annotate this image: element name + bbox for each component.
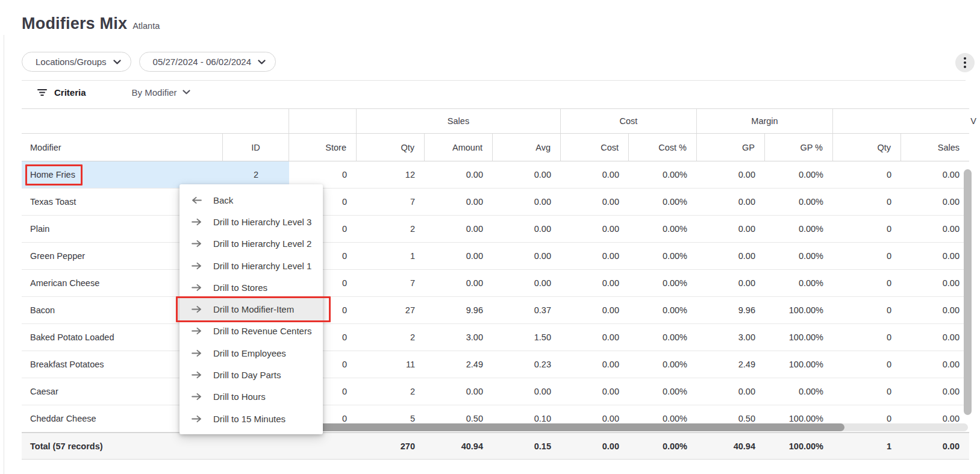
value-cell[interactable]: 0.50 <box>697 405 765 432</box>
value-cell[interactable]: 0.00 <box>901 161 969 188</box>
value-cell[interactable]: 0.00% <box>629 297 697 323</box>
value-cell[interactable]: 2 <box>357 378 425 405</box>
table-row[interactable]: Caesar020.000.000.000.00%0.000.00%00.00 <box>22 378 969 405</box>
value-cell[interactable]: 0.00 <box>561 297 629 323</box>
value-cell[interactable]: 0.00% <box>629 216 697 242</box>
table-row[interactable]: Home Fries20120.000.000.000.00%0.000.00%… <box>22 161 969 189</box>
column-header-qty[interactable]: Qty <box>357 134 425 161</box>
value-cell[interactable]: 0.37 <box>493 297 561 323</box>
value-cell[interactable]: 5 <box>357 405 425 432</box>
value-cell[interactable]: 100.00% <box>765 324 833 351</box>
value-cell[interactable]: 0.00 <box>901 324 969 351</box>
column-header-avg[interactable]: Avg <box>493 134 561 161</box>
value-cell[interactable]: 0.00 <box>493 216 561 242</box>
value-cell[interactable]: 0.00 <box>561 270 629 296</box>
value-cell[interactable]: 0.00 <box>561 189 629 215</box>
value-cell[interactable]: 0.00% <box>765 161 833 188</box>
value-cell[interactable]: 0.00 <box>561 161 629 188</box>
table-row[interactable]: American Cheese070.000.000.000.00%0.000.… <box>22 270 969 297</box>
value-cell[interactable]: 0.00% <box>629 243 697 269</box>
value-cell[interactable]: 2.49 <box>425 351 493 378</box>
value-cell[interactable]: 0.00 <box>425 216 493 242</box>
value-cell[interactable]: 2.49 <box>697 351 765 378</box>
column-header-cost-[interactable]: Cost % <box>629 134 697 161</box>
value-cell[interactable]: 0.00 <box>901 216 969 242</box>
value-cell[interactable]: 0 <box>833 297 901 323</box>
value-cell[interactable]: 0.00 <box>697 378 765 405</box>
value-cell[interactable]: 0 <box>833 216 901 242</box>
value-cell[interactable]: 0.00% <box>765 378 833 405</box>
menu-item-drill-to-hierarchy-level-2[interactable]: Drill to Hierarchy Level 2 <box>179 233 323 255</box>
value-cell[interactable]: 0.00 <box>561 351 629 378</box>
value-cell[interactable]: 0 <box>833 270 901 296</box>
value-cell[interactable]: 0.00 <box>493 161 561 188</box>
value-cell[interactable]: 3.00 <box>425 324 493 351</box>
value-cell[interactable]: 0.00 <box>493 270 561 296</box>
value-cell[interactable]: 0.00% <box>629 161 697 188</box>
value-cell[interactable]: 7 <box>357 270 425 296</box>
value-cell[interactable]: 0.00 <box>425 378 493 405</box>
column-header-store[interactable]: Store <box>289 134 357 161</box>
value-cell[interactable]: 0.00 <box>493 189 561 215</box>
value-cell[interactable]: 0.00 <box>901 405 969 432</box>
value-cell[interactable]: 0.00 <box>561 405 629 432</box>
value-cell[interactable]: 0.00 <box>425 270 493 296</box>
value-cell[interactable]: 1 <box>357 243 425 269</box>
menu-item-drill-to-hierarchy-level-3[interactable]: Drill to Hierarchy Level 3 <box>179 211 323 232</box>
value-cell[interactable]: 0.00 <box>697 243 765 269</box>
value-cell[interactable]: 0.00 <box>901 351 969 378</box>
table-row[interactable]: Green Pepper010.000.000.000.00%0.000.00%… <box>22 243 969 270</box>
table-row[interactable]: Texas Toast070.000.000.000.00%0.000.00%0… <box>22 189 969 216</box>
locations-groups-filter-button[interactable]: Locations/Groups <box>22 52 131 72</box>
table-row[interactable]: Bacon0279.960.370.000.00%9.96100.00%00.0… <box>22 297 969 324</box>
menu-item-drill-to-day-parts[interactable]: Drill to Day Parts <box>179 364 323 385</box>
value-cell[interactable]: 0.00 <box>561 216 629 242</box>
value-cell[interactable]: 0.00 <box>425 189 493 215</box>
value-cell[interactable]: 0.00 <box>493 378 561 405</box>
value-cell[interactable]: 0.00% <box>765 243 833 269</box>
value-cell[interactable]: 0.00 <box>901 243 969 269</box>
value-cell[interactable]: 0 <box>833 351 901 378</box>
value-cell[interactable]: 0.23 <box>493 351 561 378</box>
column-header-modifier[interactable]: Modifier <box>22 134 223 161</box>
value-cell[interactable]: 0 <box>833 378 901 405</box>
column-header-cost[interactable]: Cost <box>561 134 629 161</box>
column-header-sales[interactable]: Sales <box>901 134 969 161</box>
value-cell[interactable]: 0.00 <box>697 161 765 188</box>
value-cell[interactable]: 0.00 <box>901 270 969 296</box>
value-cell[interactable]: 0.00 <box>561 324 629 351</box>
value-cell[interactable]: 100.00% <box>765 351 833 378</box>
value-cell[interactable]: 27 <box>357 297 425 323</box>
value-cell[interactable]: 0.00% <box>629 270 697 296</box>
value-cell[interactable]: 0.50 <box>425 405 493 432</box>
menu-item-drill-to-employees[interactable]: Drill to Employees <box>179 342 323 364</box>
value-cell[interactable]: 100.00% <box>765 297 833 323</box>
value-cell[interactable]: 0.10 <box>493 405 561 432</box>
value-cell[interactable]: 0 <box>833 405 901 432</box>
menu-item-drill-to-15-minutes[interactable]: Drill to 15 Minutes <box>179 408 323 429</box>
value-cell[interactable]: 0.00% <box>629 351 697 378</box>
value-cell[interactable]: 9.96 <box>697 297 765 323</box>
menu-item-drill-to-stores[interactable]: Drill to Stores <box>179 276 323 298</box>
value-cell[interactable]: 0.00% <box>629 378 697 405</box>
value-cell[interactable]: 3.00 <box>697 324 765 351</box>
value-cell[interactable]: 0 <box>833 161 901 188</box>
column-header-qty[interactable]: Qty <box>833 134 901 161</box>
value-cell[interactable]: 0.00% <box>765 270 833 296</box>
value-cell[interactable]: 0 <box>833 243 901 269</box>
menu-item-drill-to-hierarchy-level-1[interactable]: Drill to Hierarchy Level 1 <box>179 255 323 276</box>
menu-item-drill-to-revenue-centers[interactable]: Drill to Revenue Centers <box>179 320 323 342</box>
value-cell[interactable]: 2 <box>357 324 425 351</box>
column-header-id[interactable]: ID <box>223 134 289 161</box>
value-cell[interactable]: 0.00% <box>765 216 833 242</box>
column-header-amount[interactable]: Amount <box>425 134 493 161</box>
value-cell[interactable]: 100.00% <box>765 405 833 432</box>
value-cell[interactable]: 0 <box>833 189 901 215</box>
value-cell[interactable]: 9.96 <box>425 297 493 323</box>
value-cell[interactable]: 0.00 <box>425 161 493 188</box>
value-cell[interactable]: 0.00 <box>425 243 493 269</box>
table-row[interactable]: Breakfast Potatoes0112.490.230.000.00%2.… <box>22 351 969 378</box>
value-cell[interactable]: 11 <box>357 351 425 378</box>
value-cell[interactable]: 0.00 <box>697 189 765 215</box>
table-row[interactable]: Plain020.000.000.000.00%0.000.00%00.00 <box>22 216 969 243</box>
